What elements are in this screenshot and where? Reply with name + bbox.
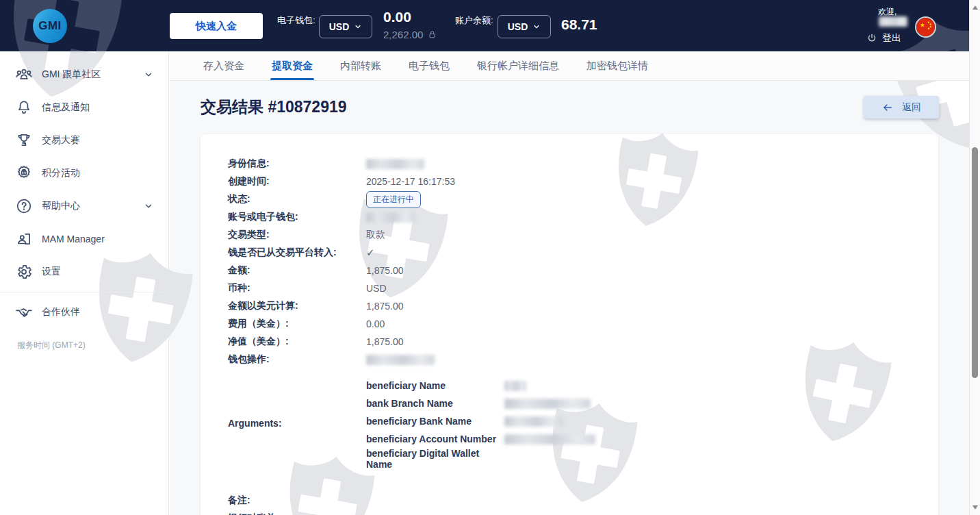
chevron-down-icon bbox=[144, 70, 153, 79]
row-label: 钱包操作: bbox=[228, 353, 366, 366]
row-value: 取款 bbox=[366, 229, 385, 241]
row-label: 备注: bbox=[228, 494, 366, 507]
redacted-value bbox=[504, 416, 563, 427]
vertical-scrollbar[interactable] bbox=[969, 0, 980, 515]
back-button-label: 返回 bbox=[902, 101, 921, 114]
row-value: USD bbox=[366, 283, 387, 294]
sidebar-item-label: 合作伙伴 bbox=[42, 306, 80, 318]
status-badge: 正在进行中 bbox=[366, 191, 421, 208]
tab-deposit-funds[interactable]: 存入资金 bbox=[202, 51, 246, 80]
account-balance-label: 账户余额: bbox=[455, 14, 493, 26]
sidebar-item-help-center[interactable]: 帮助中心 bbox=[0, 190, 168, 223]
tab-withdraw-funds[interactable]: 提取资金 bbox=[270, 51, 314, 80]
service-time-note: 服务时间 (GMT+2) bbox=[17, 340, 168, 351]
sidebar-item-partners[interactable]: 合作伙伴 bbox=[0, 296, 168, 329]
power-icon bbox=[866, 33, 877, 44]
row-label: 币种: bbox=[228, 282, 366, 294]
row-label: 净值（美金）: bbox=[228, 336, 366, 348]
sidebar-item-label: 信息及通知 bbox=[42, 101, 90, 114]
detail-row-currency: 币种: USD bbox=[228, 279, 911, 297]
row-label: 交易类型: bbox=[228, 229, 366, 241]
row-label: 身份信息: bbox=[228, 158, 366, 170]
sidebar-item-label: 设置 bbox=[42, 266, 61, 278]
sidebar-item-notifications[interactable]: 信息及通知 bbox=[0, 91, 168, 124]
argument-row-beneficiary-account-number: beneficiary Account Number bbox=[366, 430, 595, 448]
detail-row-account-or-ewallet: 账号或电子钱包: bbox=[228, 208, 911, 226]
row-label: 金额: bbox=[228, 264, 366, 277]
gmi-logo[interactable]: GMI bbox=[33, 9, 67, 43]
manager-icon bbox=[15, 230, 33, 248]
detail-row-transaction-type: 交易类型: 取款 bbox=[228, 226, 911, 244]
row-value: 2025-12-17 16:17:53 bbox=[366, 176, 455, 187]
scrollbar-up-arrow-icon[interactable] bbox=[972, 5, 978, 10]
checkmark-icon: ✓ bbox=[366, 247, 375, 259]
trophy-icon bbox=[15, 131, 33, 149]
people-icon bbox=[15, 66, 33, 84]
chevron-down-icon bbox=[532, 23, 541, 31]
redacted-value bbox=[366, 355, 435, 365]
logout-button[interactable]: 登出 bbox=[866, 32, 901, 45]
tab-ewallet[interactable]: 电子钱包 bbox=[407, 51, 451, 80]
ewallet-currency-select[interactable]: USD bbox=[319, 15, 372, 38]
chevron-down-icon bbox=[144, 201, 153, 211]
handshake-icon bbox=[15, 303, 33, 321]
sidebar-item-mam-manager[interactable]: MAM Manager bbox=[0, 223, 168, 255]
tab-internal-transfer[interactable]: 内部转账 bbox=[339, 51, 383, 80]
scrollbar-thumb[interactable] bbox=[972, 147, 978, 378]
tab-crypto-wallet-details[interactable]: 加密钱包详情 bbox=[585, 51, 649, 80]
back-button[interactable]: 返回 bbox=[864, 96, 939, 118]
sidebar-item-trading-contest[interactable]: 交易大赛 bbox=[0, 124, 168, 157]
detail-row-net-usd: 净值（美金）: 1,875.00 bbox=[228, 333, 911, 351]
arguments-label: Arguments: bbox=[228, 418, 366, 429]
gmi-logo-text: GMI bbox=[38, 19, 62, 33]
row-label: 费用（美金）: bbox=[228, 318, 366, 330]
bell-icon bbox=[15, 99, 33, 116]
sidebar-item-copy-community[interactable]: GMI 跟单社区 bbox=[0, 58, 168, 91]
scrollbar-down-arrow-icon[interactable] bbox=[972, 505, 978, 510]
china-flag-avatar[interactable] bbox=[915, 16, 936, 38]
detail-row-amount: 金额: 1,875.00 bbox=[228, 262, 911, 279]
sidebar-item-label: GMI 跟单社区 bbox=[42, 68, 101, 81]
detail-row-status: 状态: 正在进行中 bbox=[228, 190, 911, 208]
account-currency-value: USD bbox=[508, 21, 528, 32]
detail-row-identity: 身份信息: bbox=[228, 155, 911, 173]
row-label: 创建时间: bbox=[228, 175, 366, 188]
sidebar-item-label: 交易大赛 bbox=[42, 134, 80, 147]
argument-row-beneficiary-name: beneficiary Name bbox=[366, 377, 595, 394]
redacted-value bbox=[504, 399, 591, 409]
detail-row-notes: 备注: bbox=[228, 492, 911, 510]
question-icon bbox=[15, 197, 33, 215]
tab-bank-account-details[interactable]: 银行帐户详细信息 bbox=[476, 51, 560, 80]
transaction-detail-card: 身份信息: 创建时间: 2025-12-17 16:17:53 状态: 正在进行… bbox=[201, 134, 938, 515]
argument-row-bank-branch-name: bank Branch Name bbox=[366, 394, 595, 412]
detail-row-amount-usd: 金额以美元计算: 1,875.00 bbox=[228, 297, 911, 315]
argument-label: beneficiary Account Number bbox=[366, 434, 504, 444]
lock-icon bbox=[427, 29, 437, 40]
account-balance-value: 68.71 bbox=[561, 16, 597, 33]
ewallet-balance-main: 0.00 bbox=[383, 9, 411, 25]
arguments-section: Arguments: beneficiary Name bank Branch … bbox=[228, 377, 911, 470]
argument-label: bank Branch Name bbox=[366, 398, 504, 409]
detail-row-fee-usd: 费用（美金）: 0.00 bbox=[228, 315, 911, 333]
redacted-username bbox=[879, 16, 907, 27]
detail-row-wallet-operation: 钱包操作: bbox=[228, 351, 911, 368]
argument-label: beneficiary Bank Name bbox=[366, 416, 504, 427]
logout-label: 登出 bbox=[882, 32, 901, 45]
sidebar-divider bbox=[0, 292, 168, 292]
ewallet-label: 电子钱包: bbox=[277, 14, 315, 26]
row-label: 金额以美元计算: bbox=[228, 300, 366, 312]
sidebar-item-settings[interactable]: 设置 bbox=[0, 255, 168, 288]
detail-row-transferred-from-platform: 钱是否已从交易平台转入: ✓ bbox=[228, 244, 911, 262]
redacted-value bbox=[504, 434, 595, 444]
sidebar-item-label: MAM Manager bbox=[42, 234, 105, 244]
page-title: 交易结果 #10872919 bbox=[201, 97, 347, 118]
quick-deposit-button[interactable]: 快速入金 bbox=[170, 13, 263, 39]
account-currency-select[interactable]: USD bbox=[498, 15, 551, 38]
sidebar-nav: GMI 跟单社区 信息及通知 交易大赛 积分活动 帮助中心 MAM Manage… bbox=[0, 51, 169, 515]
argument-label: beneficiary Digital Wallet Name bbox=[366, 448, 504, 470]
row-label: 钱是否已从交易平台转入: bbox=[228, 247, 366, 259]
row-label: 状态: bbox=[228, 193, 366, 205]
sidebar-item-points-activity[interactable]: 积分活动 bbox=[0, 157, 168, 190]
row-value: 1,875.00 bbox=[366, 265, 404, 276]
chevron-down-icon bbox=[354, 23, 362, 31]
